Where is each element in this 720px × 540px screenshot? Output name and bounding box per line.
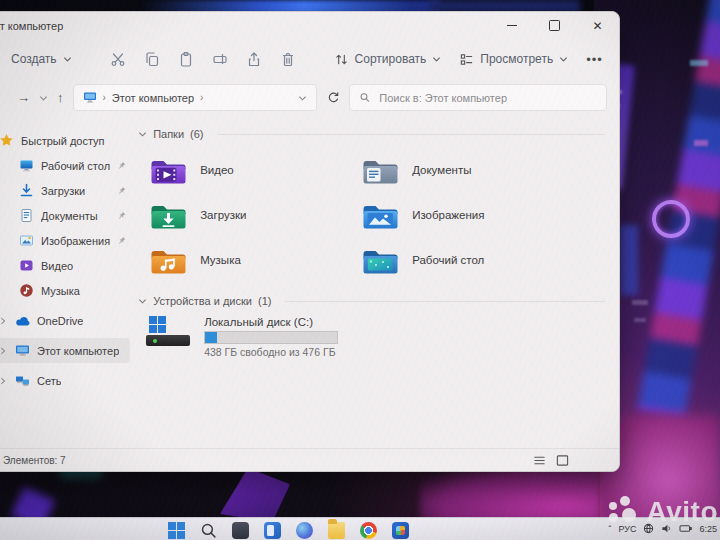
task-view-icon[interactable] [232,522,249,539]
download-icon [19,183,34,198]
folder-item-downloads[interactable]: Загрузки [138,192,350,237]
folder-item-desktop[interactable]: Рабочий стол [350,237,605,282]
sidebar-item-this-pc[interactable]: Этот компьютер [0,338,130,363]
documents-folder-icon [362,155,399,185]
desktop-icon [19,158,34,173]
sort-button[interactable]: Сортировать [326,47,450,72]
folder-item-documents[interactable]: Документы [350,147,605,192]
folder-item-music[interactable]: Музыка [138,237,350,282]
chrome-browser-icon[interactable] [360,522,377,539]
paste-button[interactable] [170,46,202,72]
window-title: Этот компьютер [0,20,63,32]
view-button[interactable]: Просмотреть [451,47,576,72]
desktop-folder-icon [362,245,399,275]
start-button[interactable] [168,522,185,539]
share-button[interactable] [238,46,270,72]
minimize-button[interactable] [490,12,533,39]
items-count: Элементов: 7 [3,455,66,466]
copy-icon [144,51,160,67]
star-icon [0,133,14,148]
local-disk-icon [146,316,192,349]
sidebar-item-onedrive[interactable]: OneDrive [0,308,130,333]
chevron-down-icon [138,130,147,138]
navigation-bar: → ↑ › Этот компьютер › [0,79,619,116]
sidebar-item-documents[interactable]: Документы [0,203,130,228]
edge-browser-icon[interactable] [296,522,313,539]
devices-section-header[interactable]: Устройства и диски (1) [138,291,605,311]
drive-free-space: 438 ГБ свободно из 476 ГБ [204,346,338,358]
photos-app-icon[interactable] [392,522,409,539]
address-bar[interactable]: › Этот компьютер › [73,84,317,111]
onedrive-icon [15,315,30,327]
network-icon [15,374,30,387]
maximize-button[interactable] [533,12,576,39]
folder-item-pictures[interactable]: Изображения [350,192,605,237]
rename-button[interactable] [204,46,236,72]
status-bar: Элементов: 7 [0,448,619,471]
explorer-window: Этот компьютер ✕ Создать [0,11,620,472]
command-bar: Создать [0,39,619,79]
search-input[interactable] [377,91,597,105]
avito-watermark: Avito [607,495,718,530]
delete-button[interactable] [272,46,304,72]
widgets-icon[interactable] [264,522,281,539]
drive-usage-fill [205,332,217,343]
navigation-pane: Быстрый доступ Рабочий стол Загрузки [0,116,132,448]
drive-item[interactable]: Локальный диск (C:) 438 ГБ свободно из 4… [138,316,605,358]
address-dropdown-chevron[interactable] [298,94,307,102]
folders-grid: Видео Документы [138,147,605,282]
pin-icon [115,234,128,247]
search-box[interactable] [349,84,608,111]
sidebar-item-pictures[interactable]: Изображения [0,228,130,253]
sidebar-item-downloads[interactable]: Загрузки [0,178,130,203]
taskbar-search-icon[interactable] [200,522,217,539]
close-button[interactable]: ✕ [576,12,619,39]
chevron-right-icon [0,377,7,385]
chevron-down-icon [559,55,568,63]
sidebar-item-desktop[interactable]: Рабочий стол [0,153,130,178]
more-button[interactable]: ••• [578,52,611,67]
paste-icon [178,51,194,67]
breadcrumb-root[interactable]: Этот компьютер [112,92,194,104]
chevron-down-icon [432,55,441,63]
drive-name: Локальный диск (C:) [204,316,338,328]
chevron-right-icon [0,347,7,355]
sidebar-item-music[interactable]: Музыка [0,278,130,303]
music-icon [19,283,34,298]
wallpaper-bottom [0,466,600,522]
drive-usage-bar [204,331,338,344]
cut-icon [110,51,126,67]
file-explorer-icon[interactable] [328,522,345,539]
pictures-icon [19,233,34,248]
copy-button[interactable] [136,46,168,72]
document-icon [19,208,34,223]
new-button[interactable]: Создать [3,47,80,71]
chevron-down-icon [138,297,147,305]
up-button[interactable]: ↑ [57,91,64,104]
recent-locations-chevron[interactable] [39,94,48,102]
cut-button[interactable] [102,46,134,72]
pin-icon [115,184,128,197]
screen: Этот компьютер ✕ Создать [0,0,720,540]
file-list: Папки (6) [132,116,619,448]
chevron-right-icon [0,317,7,325]
pictures-folder-icon [362,200,399,230]
details-view-icon[interactable] [533,454,546,467]
pin-icon [115,209,128,222]
rename-icon [212,51,228,67]
sidebar-item-videos[interactable]: Видео [0,253,130,278]
neon-ring [652,200,690,238]
refresh-icon[interactable] [326,91,340,105]
avito-logo-icon [607,495,644,530]
folder-item-videos[interactable]: Видео [138,147,350,192]
forward-button[interactable]: → [17,91,30,104]
sidebar-item-network[interactable]: Сеть [0,368,130,393]
sidebar-item-quick-access[interactable]: Быстрый доступ [0,128,130,153]
breadcrumb-separator[interactable]: › [200,92,203,103]
title-bar[interactable]: Этот компьютер ✕ [0,12,619,39]
chevron-down-icon [63,55,72,63]
share-icon [246,51,262,67]
folders-section-header[interactable]: Папки (6) [138,124,605,144]
large-icons-view-icon[interactable] [556,454,569,467]
trash-icon [280,51,296,67]
